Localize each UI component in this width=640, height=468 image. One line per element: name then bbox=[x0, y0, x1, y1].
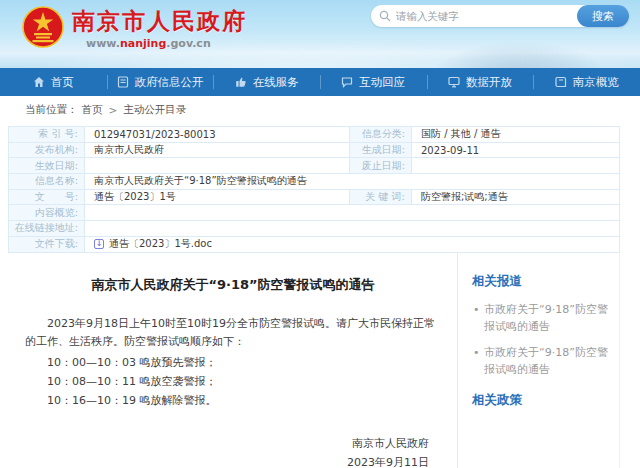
meta-value-created-date: 2023-09-11 bbox=[412, 143, 620, 159]
meta-cell-file-download: ↓ 通告〔2023〕1号.doc bbox=[85, 237, 620, 253]
search-button[interactable]: 搜索 bbox=[577, 5, 629, 27]
article: 南京市人民政府关于“9·18”防空警报试鸣的通告 2023年9月18日上午10时… bbox=[8, 253, 457, 468]
meta-value-info-name: 南京市人民政府关于“9·18”防空警报试鸣的通告 bbox=[85, 174, 620, 190]
book-icon bbox=[555, 76, 567, 88]
site-banner: 南京市人民政府 www.nanjing.gov.cn 搜索 bbox=[0, 0, 640, 68]
meta-label-category: 信息分类: bbox=[350, 127, 412, 143]
doc-download-link[interactable]: ↓ 通告〔2023〕1号.doc bbox=[94, 237, 212, 251]
nav-item-online-service[interactable]: 在线服务 bbox=[213, 68, 320, 96]
info-disclosure-icon bbox=[117, 76, 129, 88]
search-bar: 搜索 bbox=[371, 5, 629, 27]
signature-issuer: 南京市人民政府 bbox=[25, 434, 429, 453]
site-url: www.nanjing.gov.cn bbox=[72, 37, 247, 50]
meta-label-effective-date: 生效日期: bbox=[9, 158, 85, 174]
meta-label-keywords: 关 键 词: bbox=[350, 190, 412, 206]
nav-item-overview[interactable]: 南京概览 bbox=[533, 68, 640, 96]
home-icon bbox=[33, 76, 45, 88]
site-brand: 南京市人民政府 www.nanjing.gov.cn bbox=[22, 4, 247, 50]
download-icon: ↓ bbox=[94, 239, 104, 249]
meta-label-summary: 内容概览: bbox=[9, 205, 85, 221]
search-input[interactable] bbox=[396, 10, 577, 22]
schedule-line: 10：08—10：11 鸣放空袭警报； bbox=[25, 372, 441, 391]
meta-label-index-no: 索 引 号: bbox=[9, 127, 85, 143]
related-news-heading: 相关报道 bbox=[472, 273, 611, 290]
meta-value-online-link bbox=[85, 221, 620, 237]
meta-value-issuer: 南京市人民政府 bbox=[85, 143, 350, 159]
content-area: 南京市人民政府关于“9·18”防空警报试鸣的通告 2023年9月18日上午10时… bbox=[8, 253, 620, 468]
schedule-line: 10：00—10：03 鸣放预先警报； bbox=[25, 353, 441, 372]
meta-label-online-link: 在线链接地址: bbox=[9, 221, 85, 237]
article-paragraph: 2023年9月18日上午10时至10时19分全市防空警报试鸣。请广大市民保持正常… bbox=[25, 315, 441, 351]
signature-date: 2023年9月11日 bbox=[25, 453, 429, 468]
nav-item-data-open[interactable]: 数据开放 bbox=[427, 68, 534, 96]
nav-item-home[interactable]: 首页 bbox=[0, 68, 107, 96]
meta-value-summary bbox=[85, 205, 620, 221]
main-nav: 首页 政府信息公开 在线服务 互动回应 数据开放 南京概览 bbox=[0, 68, 640, 96]
signature-block: 南京市人民政府 2023年9月11日 bbox=[25, 434, 441, 468]
meta-label-doc-number: 文 号: bbox=[9, 190, 85, 206]
meta-value-effective-date bbox=[85, 158, 350, 174]
related-sidebar: 相关报道 市政府关于“9·18”防空警报试鸣的通告 市政府关于“9·18”防空警… bbox=[457, 253, 619, 468]
meta-label-issuer: 发布机构: bbox=[9, 143, 85, 159]
document-meta-table: 索 引 号: 012947031/2023-80013 信息分类: 国防 / 其… bbox=[8, 126, 620, 253]
thumbs-up-icon bbox=[235, 76, 247, 88]
chat-icon bbox=[341, 76, 353, 88]
nav-item-info-disclosure[interactable]: 政府信息公开 bbox=[107, 68, 214, 96]
meta-label-info-name: 信息名称: bbox=[9, 174, 85, 190]
search-icon bbox=[379, 10, 391, 22]
nav-item-interaction[interactable]: 互动回应 bbox=[320, 68, 427, 96]
national-emblem-icon bbox=[22, 4, 64, 50]
meta-value-doc-number: 通告〔2023〕1号 bbox=[85, 190, 350, 206]
related-news-list: 市政府关于“9·18”防空警报试鸣的通告 市政府关于“9·18”防空警报试鸣的通… bbox=[472, 301, 611, 378]
monitor-icon bbox=[448, 76, 460, 88]
meta-label-file-download: 文件下载: bbox=[9, 237, 85, 253]
site-title: 南京市人民政府 bbox=[72, 8, 247, 34]
meta-value-repeal-date bbox=[412, 158, 620, 174]
breadcrumb-prefix: 当前位置： bbox=[25, 103, 78, 117]
meta-value-keywords: 防空警报;试鸣;通告 bbox=[412, 190, 620, 206]
breadcrumb-separator: > bbox=[109, 104, 118, 116]
schedule-line: 10：16—10：19 鸣放解除警报。 bbox=[25, 391, 441, 410]
breadcrumb-home-link[interactable]: 首页 bbox=[82, 103, 103, 117]
meta-label-created-date: 生成日期: bbox=[350, 143, 412, 159]
breadcrumb: 当前位置： 首页 > 主动公开目录 bbox=[0, 96, 640, 123]
meta-label-repeal-date: 废止日期: bbox=[350, 158, 412, 174]
doc-download-filename: 通告〔2023〕1号.doc bbox=[109, 237, 212, 251]
breadcrumb-current: 主动公开目录 bbox=[123, 103, 186, 117]
meta-value-index-no: 012947031/2023-80013 bbox=[85, 127, 350, 143]
siren-schedule: 10：00—10：03 鸣放预先警报； 10：08—10：11 鸣放空袭警报； … bbox=[25, 353, 441, 410]
related-policy-heading: 相关政策 bbox=[472, 392, 611, 409]
meta-value-category: 国防 / 其他 / 通告 bbox=[412, 127, 620, 143]
related-news-item[interactable]: 市政府关于“9·18”防空警报试鸣的通告 bbox=[472, 344, 611, 378]
related-news-item[interactable]: 市政府关于“9·18”防空警报试鸣的通告 bbox=[472, 301, 611, 335]
article-title: 南京市人民政府关于“9·18”防空警报试鸣的通告 bbox=[25, 276, 441, 294]
